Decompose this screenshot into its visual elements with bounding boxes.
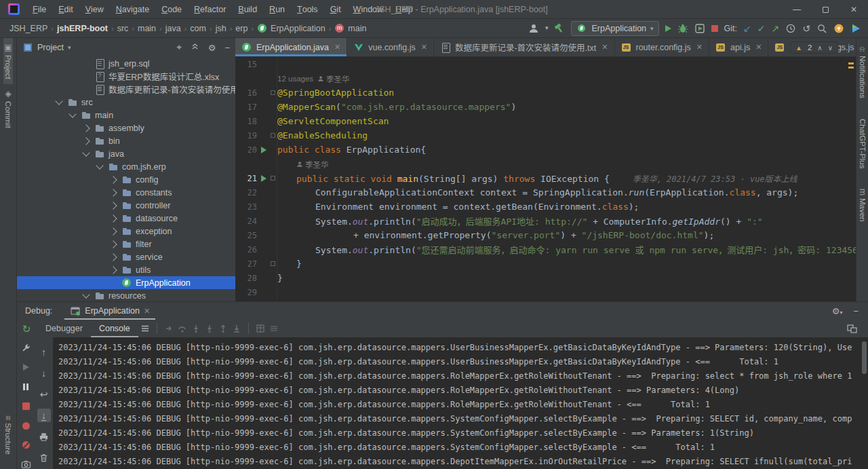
rollback-icon[interactable]: ↺ [802, 24, 810, 33]
resume-program-icon[interactable] [19, 362, 33, 373]
debug-tab-console[interactable]: Console [91, 320, 138, 337]
tree-chevron-icon[interactable] [55, 97, 62, 105]
code-line-20[interactable]: 20public class ErpApplication{ [235, 143, 856, 157]
warning-stripe-mark[interactable] [848, 67, 854, 69]
menu-navigate[interactable]: Navigate [110, 0, 155, 18]
tree-item-constants[interactable]: constants [17, 186, 235, 199]
hide-debug-panel-icon[interactable]: − [853, 306, 859, 316]
tree-item-数据库更新记录-首次安装请勿使用-txt[interactable]: 数据库更新记录-首次安装请勿使用.txt [17, 83, 235, 96]
code-line-29[interactable]: 29 [235, 285, 856, 299]
prev-problem-icon[interactable]: ∧ [817, 44, 822, 52]
soft-wrap-icon[interactable]: ↩ [37, 388, 51, 401]
project-panel-title[interactable]: Project ▾ [22, 42, 71, 53]
debug-bug-icon[interactable] [677, 23, 688, 34]
code-line-21[interactable]: 21public static void main(String[] args)… [235, 171, 856, 185]
stripe-button-chatgpt-plus[interactable]: ChatGPT-Plus [859, 116, 867, 172]
code-line-27[interactable]: 27} [235, 257, 856, 271]
tree-item-utils[interactable]: utils [17, 263, 235, 276]
code-line-16[interactable]: 16@SpringBootApplication [235, 86, 856, 100]
code-line-26[interactable]: 26System.out.println("您还需启动前端服务，启动命令: ya… [235, 242, 856, 257]
view-breakpoints-icon[interactable] [19, 420, 33, 431]
run-gutter-icon[interactable] [261, 175, 267, 182]
tree-chevron-icon[interactable] [82, 124, 90, 132]
usages-author-inlay[interactable]: 季圣华 [296, 159, 329, 170]
breadcrumb-item-jsherp-boot[interactable]: jshERP-boot [57, 24, 108, 33]
fold-marker-icon[interactable] [271, 133, 275, 138]
stripe-button-maven[interactable]: mMaven [858, 186, 867, 225]
tab-vue-config-js[interactable]: vue.config.js✕ [347, 38, 434, 56]
breadcrumb-item-com[interactable]: com [190, 24, 206, 33]
code-line-28[interactable]: 28} [235, 271, 856, 285]
git-update-icon[interactable]: ↙ [743, 24, 751, 33]
breadcrumb-item-main[interactable]: main [334, 23, 366, 34]
tab-close-icon[interactable]: ✕ [601, 43, 608, 52]
run-gutter-icon[interactable] [261, 147, 267, 153]
tree-item-华夏ERP数据库设计汇总-xlsx[interactable]: 华夏ERP数据库设计汇总.xlsx [17, 70, 235, 83]
tree-chevron-icon[interactable] [68, 110, 76, 117]
menu-git[interactable]: Git [324, 0, 347, 18]
tab-数据库更新记录-首次安装请勿使用-txt[interactable]: 数据库更新记录-首次安装请勿使用.txt✕ [434, 38, 615, 56]
tab-ErpApplication-java[interactable]: ErpApplication.java✕ [235, 38, 347, 56]
close-session-icon[interactable]: ✕ [144, 307, 150, 316]
debug-settings-gear-icon[interactable]: ⚙▾ [832, 306, 843, 316]
tree-item-config[interactable]: config [17, 173, 235, 186]
tree-item-exception[interactable]: exception [17, 225, 235, 238]
fold-marker-icon[interactable] [271, 90, 275, 95]
stripe-button-commit[interactable]: ◈Commit [3, 84, 13, 133]
thread-dump-camera-icon[interactable] [19, 459, 33, 469]
layout-options-icon[interactable] [138, 322, 152, 335]
tree-chevron-icon[interactable] [82, 149, 90, 156]
tab-api-js[interactable]: api.js✕ [709, 38, 768, 56]
tree-item-java[interactable]: java [17, 147, 235, 160]
tab-close-icon[interactable]: ✕ [421, 43, 427, 52]
menu-refactor[interactable]: Refactor [188, 0, 232, 18]
step-into-icon[interactable] [189, 322, 203, 335]
git-commit-check-icon[interactable]: ✓ [757, 24, 766, 33]
tree-item-filter[interactable]: filter [17, 238, 235, 250]
tab-close-icon[interactable]: ✕ [755, 43, 762, 52]
menu-code[interactable]: Code [155, 0, 188, 18]
tree-chevron-icon[interactable] [109, 189, 117, 196]
breadcrumb-item-java[interactable]: java [165, 24, 181, 33]
stripe-button-project[interactable]: ▣Project [3, 38, 13, 84]
git-push-icon[interactable]: ↗ [772, 24, 780, 33]
pause-program-icon[interactable] [19, 381, 33, 392]
code-line-22[interactable]: 22ConfigurableApplicationContext context… [235, 185, 856, 200]
tab-router-config-js[interactable]: router.config.js✕ [615, 38, 710, 56]
scroll-to-end-icon[interactable]: ↓ [37, 409, 51, 422]
step-out-icon[interactable] [216, 322, 230, 335]
run-configuration-select[interactable]: ErpApplication ▾ [571, 21, 658, 36]
user-dropdown-chevron-icon[interactable]: ▾ [545, 25, 549, 31]
menu-tools[interactable]: Tools [291, 0, 324, 18]
rerun-icon[interactable]: ↻ [20, 322, 33, 335]
debug-tab-debugger[interactable]: Debugger [37, 320, 91, 337]
tree-chevron-icon[interactable] [82, 137, 90, 145]
tab-close-icon[interactable]: ✕ [696, 43, 703, 52]
history-clock-icon[interactable] [785, 23, 796, 34]
warning-stripe-mark[interactable] [848, 62, 854, 64]
console-output[interactable]: 2023/11/24-15:45:06 DEBUG [http-nio-9999… [53, 337, 868, 469]
tree-item-controller[interactable]: controller [17, 199, 235, 212]
mute-breakpoints-icon[interactable] [19, 440, 33, 451]
show-execution-point-icon[interactable] [162, 322, 176, 335]
usages-author-inlay[interactable]: 12 usages季圣华 [277, 73, 350, 84]
collapse-all-icon[interactable] [191, 42, 199, 53]
step-over-icon[interactable] [176, 322, 189, 335]
view-as-table-icon[interactable] [254, 322, 267, 335]
hide-panel-icon[interactable]: − [224, 43, 230, 53]
more-options-icon[interactable] [267, 322, 281, 335]
up-stack-trace-icon[interactable]: ↑ [37, 345, 51, 359]
breadcrumb-item-erpapplication[interactable]: ErpApplication [257, 23, 326, 34]
tree-chevron-icon[interactable] [96, 162, 103, 169]
maximize-icon[interactable] [811, 0, 840, 19]
plugin-orange-icon[interactable] [833, 23, 844, 34]
menu-view[interactable]: View [79, 0, 110, 18]
tree-item-assembly[interactable]: assembly [17, 121, 235, 134]
breadcrumb-item-jsh[interactable]: jsh [216, 24, 226, 33]
stop-button[interactable] [711, 25, 718, 32]
tab-close-icon[interactable]: ✕ [334, 43, 340, 52]
console-scrollbar[interactable] [862, 341, 867, 374]
tree-item-ErpApplication[interactable]: ErpApplication [17, 276, 235, 289]
tree-item-datasource[interactable]: datasource [17, 212, 235, 225]
fold-marker-icon[interactable] [271, 261, 275, 266]
